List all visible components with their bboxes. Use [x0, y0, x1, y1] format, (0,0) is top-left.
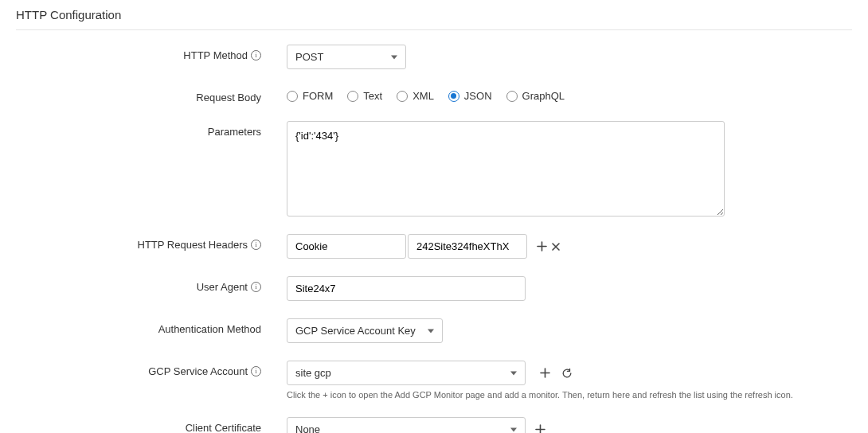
radio-json[interactable]: JSON [448, 90, 492, 102]
label-parameters-text: Parameters [208, 126, 261, 138]
radio-xml[interactable]: XML [397, 90, 434, 102]
label-parameters: Parameters [16, 121, 287, 138]
radio-circle-icon [506, 91, 518, 102]
header-row [287, 234, 852, 259]
chevron-down-icon [391, 55, 397, 59]
info-icon[interactable]: i [251, 50, 261, 60]
label-request-body: Request Body [16, 87, 287, 103]
radio-text[interactable]: Text [347, 90, 382, 102]
radio-circle-selected-icon [448, 91, 459, 102]
authentication-method-select[interactable]: GCP Service Account Key [287, 318, 443, 343]
header-value-input[interactable] [408, 234, 527, 259]
label-client-certificate-text: Client Certificate [186, 422, 261, 433]
label-gcp-service-account: GCP Service Account i [16, 361, 287, 377]
plus-icon [540, 368, 550, 378]
gcp-service-account-select[interactable]: site gcp [287, 361, 526, 385]
add-header-button[interactable] [534, 239, 549, 255]
radio-json-label: JSON [464, 90, 492, 102]
remove-header-button[interactable] [548, 239, 564, 255]
radio-circle-icon [287, 91, 298, 102]
row-request-body: Request Body FORM Text XML JSON GraphQL [16, 87, 852, 103]
radio-graphql-label: GraphQL [522, 90, 565, 102]
radio-text-label: Text [363, 90, 382, 102]
radio-form[interactable]: FORM [287, 90, 333, 102]
row-http-method: HTTP Method i POST [16, 45, 852, 69]
refresh-gcp-button[interactable] [559, 365, 575, 381]
row-gcp-service-account: GCP Service Account i site gcp Click the… [16, 361, 852, 400]
label-user-agent: User Agent i [16, 276, 287, 293]
label-authentication-method: Authentication Method [16, 318, 287, 335]
label-http-method-text: HTTP Method [183, 49, 248, 61]
label-http-method: HTTP Method i [16, 45, 287, 61]
plus-icon [535, 424, 545, 433]
refresh-icon [561, 368, 573, 379]
label-client-certificate: Client Certificate [16, 417, 287, 433]
gcp-controls: site gcp [287, 361, 852, 385]
authentication-method-value: GCP Service Account Key [295, 325, 416, 337]
label-http-request-headers: HTTP Request Headers i [16, 234, 287, 251]
user-agent-input[interactable] [287, 276, 526, 301]
info-icon[interactable]: i [251, 240, 261, 250]
client-cert-controls: None [287, 417, 852, 433]
radio-circle-icon [397, 91, 408, 102]
label-user-agent-text: User Agent [197, 281, 248, 293]
info-icon[interactable]: i [251, 366, 261, 376]
gcp-service-account-value: site gcp [295, 367, 331, 379]
request-body-radio-group: FORM Text XML JSON GraphQL [287, 87, 852, 102]
radio-form-label: FORM [303, 90, 333, 102]
row-user-agent: User Agent i [16, 276, 852, 301]
row-parameters: Parameters [16, 121, 852, 216]
radio-graphql[interactable]: GraphQL [506, 90, 565, 102]
radio-xml-label: XML [412, 90, 434, 102]
add-gcp-button[interactable] [537, 365, 553, 381]
client-certificate-value: None [295, 423, 320, 433]
http-method-value: POST [295, 51, 323, 63]
section-title: HTTP Configuration [16, 8, 852, 30]
info-icon[interactable]: i [251, 282, 261, 292]
radio-circle-icon [347, 91, 358, 102]
parameters-textarea[interactable] [287, 121, 725, 216]
label-request-body-text: Request Body [196, 92, 261, 103]
http-method-select[interactable]: POST [287, 45, 406, 69]
label-http-request-headers-text: HTTP Request Headers [138, 239, 248, 251]
chevron-down-icon [428, 329, 434, 333]
header-name-input[interactable] [287, 234, 406, 259]
row-http-request-headers: HTTP Request Headers i [16, 234, 852, 259]
close-icon [551, 242, 561, 252]
row-authentication-method: Authentication Method GCP Service Accoun… [16, 318, 852, 343]
label-gcp-service-account-text: GCP Service Account [148, 365, 248, 377]
row-client-certificate: Client Certificate None [16, 417, 852, 433]
chevron-down-icon [510, 427, 517, 431]
client-certificate-select[interactable]: None [287, 417, 526, 433]
chevron-down-icon [510, 371, 517, 375]
add-client-certificate-button[interactable] [532, 422, 548, 434]
label-authentication-method-text: Authentication Method [158, 323, 261, 335]
gcp-helper-text: Click the + icon to open the Add GCP Mon… [287, 390, 852, 400]
plus-icon [537, 241, 547, 252]
